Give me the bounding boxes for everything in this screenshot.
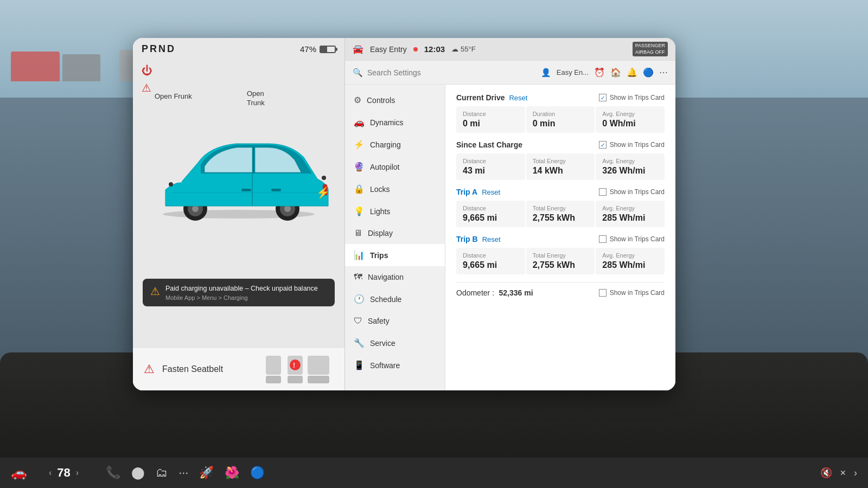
banner-warning-icon: ⚠ <box>150 285 160 298</box>
slc-avg-energy-cell: Avg. Energy 326 Wh/mi <box>596 153 665 180</box>
seatbelt-warning: ⚠ Fasten Seatbelt ! <box>133 347 344 390</box>
trip-a-avg-energy-label: Avg. Energy <box>602 205 658 211</box>
sidebar-item-display[interactable]: 🖥 Display <box>345 222 445 244</box>
more-apps-icon[interactable]: ··· <box>178 466 188 480</box>
current-drive-distance-value: 0 mi <box>463 119 519 129</box>
quick-action-icons: ⏰ 🏠 🔔 🔵 ⋯ <box>594 67 668 78</box>
charging-icon: ⚡ <box>354 139 365 150</box>
trip-b-distance-value: 9,665 mi <box>463 260 519 270</box>
sidebar-item-safety[interactable]: 🛡 Safety <box>345 310 445 332</box>
trip-a-distance-label: Distance <box>463 205 519 211</box>
taskbar-car-icon[interactable]: 🚗 <box>11 465 27 480</box>
current-drive-checkbox[interactable] <box>599 94 607 101</box>
recording-dot <box>413 47 418 52</box>
since-last-charge-header: Since Last Charge Show in Trips Card <box>456 140 665 149</box>
sidebar-item-schedule[interactable]: 🕐 Schedule <box>345 288 445 310</box>
svg-point-6 <box>284 206 291 212</box>
weather-icon: ☁ <box>451 45 458 53</box>
since-last-charge-show-trips[interactable]: Show in Trips Card <box>599 141 665 149</box>
trip-a-reset[interactable]: Reset <box>482 188 500 196</box>
temperature-value: 78 <box>57 466 70 480</box>
bluetooth-icon[interactable]: 🔵 <box>643 67 654 78</box>
trip-b-stats: Distance 9,665 mi Total Energy 2,755 kWh… <box>456 248 665 274</box>
sidebar-item-service[interactable]: 🔧 Service <box>345 332 445 354</box>
odometer-value: 52,336 mi <box>499 288 533 297</box>
service-label: Service <box>370 339 395 348</box>
camera-icon[interactable]: ⬤ <box>131 466 145 480</box>
slc-avg-energy-label: Avg. Energy <box>602 158 658 164</box>
sidebar-item-charging[interactable]: ⚡ Charging <box>345 133 445 156</box>
search-icon: 🔍 <box>353 68 363 78</box>
trip-b-avg-energy-cell: Avg. Energy 285 Wh/mi <box>596 248 665 274</box>
svg-text:⚡: ⚡ <box>316 186 330 199</box>
content-area: ⚙ Controls 🚗 Dynamics ⚡ Charging 🔮 Autop… <box>345 85 675 390</box>
launch-icon[interactable]: 🚀 <box>199 466 214 480</box>
search-right-controls: 👤 Easy En... ⏰ 🏠 🔔 🔵 ⋯ <box>541 67 668 78</box>
trip-b-show-trips[interactable]: Show in Trips Card <box>599 235 665 243</box>
current-drive-distance-cell: Distance 0 mi <box>456 106 525 133</box>
volume-mute-icon[interactable]: 🔇 <box>820 467 832 479</box>
sidebar-item-navigation[interactable]: 🗺 Navigation <box>345 266 445 288</box>
left-panel: PRND 47% ⏻ ⚠ Open Frunk OpenTrunk <box>133 38 344 390</box>
trips-label: Trips <box>370 251 388 260</box>
sidebar-item-trips[interactable]: 📊 Trips <box>345 244 445 266</box>
svg-rect-15 <box>266 356 281 375</box>
phone-icon[interactable]: 📞 <box>106 466 120 480</box>
open-trunk-label[interactable]: OpenTrunk <box>247 89 265 108</box>
temperature-display: 55°F <box>461 45 476 53</box>
sidebar-item-dynamics[interactable]: 🚗 Dynamics <box>345 111 445 133</box>
banner-sub-text: Mobile App > Menu > Charging <box>165 294 318 301</box>
since-last-charge-checkbox[interactable] <box>599 141 607 149</box>
slc-avg-energy-value: 326 Wh/mi <box>602 166 658 176</box>
more-icon[interactable]: ⋯ <box>659 67 668 78</box>
svg-rect-9 <box>241 189 251 191</box>
lights-label: Lights <box>370 207 390 216</box>
trip-b-reset[interactable]: Reset <box>482 235 501 243</box>
sidebar-item-locks[interactable]: 🔒 Locks <box>345 178 445 200</box>
sidebar-item-software[interactable]: 📱 Software <box>345 354 445 376</box>
dashcam-icon[interactable]: 🗂 <box>156 466 168 480</box>
sidebar-item-autopilot[interactable]: 🔮 Autopilot <box>345 156 445 178</box>
current-drive-avg-energy-label: Avg. Energy <box>602 111 658 117</box>
alarm-icon[interactable]: ⏰ <box>594 67 605 78</box>
current-drive-reset[interactable]: Reset <box>509 94 527 102</box>
slc-total-energy-cell: Total Energy 14 kWh <box>526 153 595 180</box>
home-icon[interactable]: 🏠 <box>610 67 621 78</box>
charging-label: Charging <box>370 140 401 149</box>
trip-a-show-trips[interactable]: Show in Trips Card <box>599 188 665 196</box>
svg-rect-18 <box>288 376 303 383</box>
bell-icon[interactable]: 🔔 <box>627 67 637 78</box>
trip-a-total-energy-cell: Total Energy 2,755 kWh <box>526 201 595 227</box>
bluetooth-taskbar-icon[interactable]: 🔵 <box>250 466 265 480</box>
safety-label: Safety <box>368 317 390 325</box>
search-input[interactable] <box>367 68 537 77</box>
trip-b-total-energy-cell: Total Energy 2,755 kWh <box>526 248 595 274</box>
temp-increase-icon[interactable]: › <box>76 468 79 478</box>
tablet-screen: PRND 47% ⏻ ⚠ Open Frunk OpenTrunk <box>133 38 675 390</box>
odometer-checkbox[interactable] <box>599 289 607 297</box>
trip-a-checkbox[interactable] <box>599 188 607 196</box>
temp-decrease-icon[interactable]: ‹ <box>49 468 52 478</box>
odometer-show-trips[interactable]: Show in Trips Card <box>599 289 665 297</box>
svg-point-3 <box>192 206 199 212</box>
top-status-bar: 🚘 Easy Entry 12:03 ☁ 55°F PASSENGERAIRBA… <box>345 38 675 61</box>
trip-a-distance-cell: Distance 9,665 mi <box>456 201 525 227</box>
slc-total-energy-label: Total Energy <box>533 158 589 164</box>
trip-b-distance-label: Distance <box>463 252 519 259</box>
car-mode-text: Easy Entry <box>370 45 407 54</box>
locks-label: Locks <box>370 185 390 194</box>
svg-rect-16 <box>266 376 281 383</box>
sidebar-item-controls[interactable]: ⚙ Controls <box>345 89 445 111</box>
taskbar-app-icons: 📞 ⬤ 🗂 ··· 🚀 🌺 🔵 <box>106 466 265 480</box>
current-drive-avg-energy-cell: Avg. Energy 0 Wh/mi <box>596 106 665 133</box>
forward-icon[interactable]: › <box>854 467 857 479</box>
open-frunk-label[interactable]: Open Frunk <box>155 92 192 101</box>
current-drive-show-trips[interactable]: Show in Trips Card <box>599 94 665 101</box>
power-status-icon: ⏻ <box>142 65 336 77</box>
trip-b-checkbox[interactable] <box>599 235 607 243</box>
sidebar-item-lights[interactable]: 💡 Lights <box>345 200 445 222</box>
games-icon[interactable]: 🌺 <box>225 466 239 480</box>
taskbar-right: 🔇 ✕ › <box>820 467 857 479</box>
slc-distance-value: 43 mi <box>463 166 519 176</box>
battery-icon <box>320 46 336 53</box>
